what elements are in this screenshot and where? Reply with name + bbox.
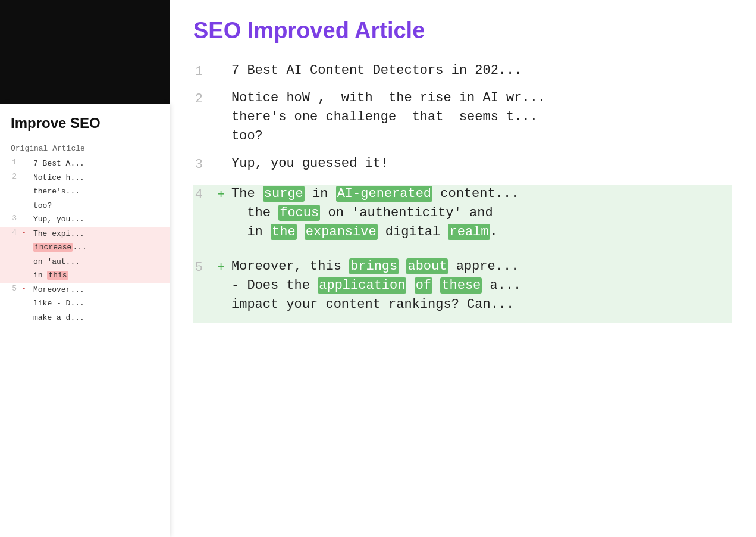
row-marker-2 — [217, 89, 231, 154]
row-text-3: Yup, you guessed it! — [231, 154, 732, 185]
sidebar-line-4: 4 - The expi... — [0, 227, 170, 241]
sidebar-panel: Improve SEO Original Article 1 7 Best A.… — [0, 104, 170, 537]
hl-ai-generated: AI-generated — [336, 186, 432, 202]
sidebar-lines: 1 7 Best A... 2 Notice h... there's... t… — [0, 157, 170, 324]
sidebar-line-5b: like - D... — [0, 296, 170, 311]
hl-of: of — [415, 277, 432, 294]
sidebar-text-4: The expi... — [33, 228, 162, 240]
hl-focus: focus — [278, 205, 320, 221]
row-text-1: 7 Best AI Content Detectors in 202... — [231, 61, 732, 89]
hl-surge: surge — [263, 186, 305, 202]
row-marker-3 — [217, 154, 231, 185]
sidebar-line-5c: make a d... — [0, 311, 170, 325]
hl-about: about — [406, 258, 448, 274]
sidebar-text-5: Moreover... — [33, 284, 162, 296]
sidebar-line-2b: there's... — [0, 185, 170, 199]
row-2-line1: Notice hoW , with the rise in AI wr... — [231, 89, 732, 108]
row-5-line2: - Does the application of these a... — [231, 276, 732, 295]
sidebar-text-2c: too? — [33, 200, 162, 212]
row-2-line2: there's one challenge that seems t... — [231, 108, 732, 127]
sidebar-linenum-1: 1 — [7, 158, 17, 167]
sidebar-line-1: 1 7 Best A... — [0, 157, 170, 171]
hl-expansive: expansive — [305, 224, 378, 240]
table-row-5: 5 + Moreover, this brings about appre...… — [193, 257, 732, 323]
row-num-5: 5 — [193, 257, 217, 323]
sidebar-line-4b: increase... — [0, 241, 170, 255]
sidebar-text-5c: make a d... — [33, 312, 162, 324]
row-5-line3: impact your content rankings? Can... — [231, 295, 732, 314]
table-row-4: 4 + The surge in AI-generated content...… — [193, 185, 732, 257]
main-title: SEO Improved Article — [193, 18, 732, 43]
sidebar-line-2: 2 Notice h... — [0, 171, 170, 185]
row-text-2: Notice hoW , with the rise in AI wr... t… — [231, 89, 732, 154]
row-4-line2: the focus on 'authenticity' and — [231, 204, 732, 223]
sidebar-text-1: 7 Best A... — [33, 158, 162, 170]
row-marker-4: + — [217, 185, 231, 257]
sidebar-line-2c: too? — [0, 199, 170, 213]
row-marker-1 — [217, 61, 231, 89]
sidebar-text-3: Yup, you... — [33, 214, 162, 226]
sidebar-line-3: 3 Yup, you... — [0, 213, 170, 227]
table-row-1: 1 7 Best AI Content Detectors in 202... — [193, 61, 732, 89]
sidebar-line-4c: on 'aut... — [0, 255, 170, 269]
sidebar-linenum-4: 4 — [7, 228, 17, 237]
hl-realm: realm — [448, 224, 490, 240]
sidebar-marker-5: - — [21, 284, 29, 293]
sidebar-marker-4: - — [21, 228, 29, 237]
diff-table: 1 7 Best AI Content Detectors in 202... … — [193, 61, 732, 323]
row-marker-5: + — [217, 257, 231, 323]
table-row-2: 2 Notice hoW , with the rise in AI wr...… — [193, 89, 732, 154]
sidebar-text-4c: on 'aut... — [33, 256, 162, 268]
hl-this: this — [47, 271, 68, 280]
hl-increased: increase — [33, 243, 73, 252]
sidebar-line-5: 5 - Moreover... — [0, 283, 170, 297]
hl-the: the — [271, 224, 297, 240]
row-text-5: Moreover, this brings about appre... - D… — [231, 257, 732, 323]
sidebar-text-4b: increase... — [33, 242, 162, 254]
hl-application: application — [318, 277, 406, 294]
dark-background — [0, 0, 170, 119]
row-num-3: 3 — [193, 154, 217, 185]
sidebar-linenum-2: 2 — [7, 172, 17, 181]
sidebar-linenum-3: 3 — [7, 214, 17, 223]
main-panel: SEO Improved Article 1 7 Best AI Content… — [170, 0, 756, 537]
hl-these: these — [440, 277, 482, 294]
row-2-line3: too? — [231, 127, 732, 146]
row-num-2: 2 — [193, 89, 217, 154]
row-num-4: 4 — [193, 185, 217, 257]
sidebar-text-5b: like - D... — [33, 298, 162, 310]
row-num-1: 1 — [193, 61, 217, 89]
sidebar-text-4d: in this — [33, 270, 162, 282]
sidebar-line-4d: in this — [0, 268, 170, 283]
sidebar-header: Improve SEO — [0, 104, 170, 138]
hl-brings: brings — [349, 258, 399, 274]
row-text-4: The surge in AI-generated content... the… — [231, 185, 732, 257]
row-4-line1: The surge in AI-generated content... — [231, 185, 732, 204]
table-row-3: 3 Yup, you guessed it! — [193, 154, 732, 185]
row-5-line1: Moreover, this brings about appre... — [231, 257, 732, 276]
sidebar-text-2b: there's... — [33, 186, 162, 198]
original-article-label: Original Article — [0, 138, 170, 157]
row-4-line3: in the expansive digital realm. — [231, 223, 732, 242]
sidebar-text-2: Notice h... — [33, 172, 162, 184]
sidebar-linenum-5: 5 — [7, 284, 17, 293]
